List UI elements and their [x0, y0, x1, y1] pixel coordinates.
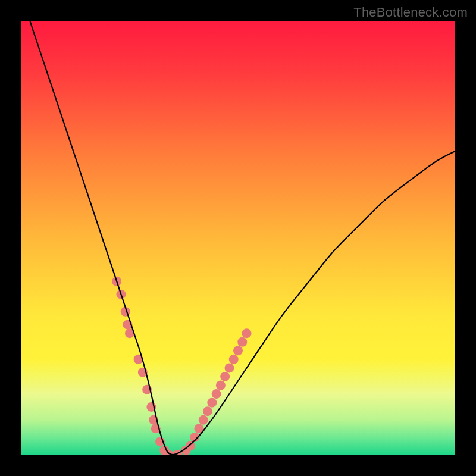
highlight-dot	[220, 372, 230, 381]
highlight-dot	[237, 337, 247, 347]
highlight-dot	[186, 441, 195, 450]
highlight-dot	[199, 415, 208, 425]
highlight-dot	[233, 346, 243, 355]
highlight-dot	[212, 389, 221, 399]
highlight-dot	[229, 355, 239, 364]
chart-frame: TheBottleneck.com	[0, 0, 476, 476]
highlight-dot	[203, 406, 212, 416]
curve-layer	[21, 21, 455, 455]
highlight-dot	[207, 398, 217, 408]
watermark-text: TheBottleneck.com	[353, 5, 468, 20]
plot-area	[21, 21, 455, 455]
highlight-dot	[224, 363, 234, 372]
bottleneck-curve	[30, 21, 455, 455]
highlight-dot	[216, 381, 226, 390]
highlight-dot	[242, 328, 252, 338]
highlight-dots	[112, 277, 251, 455]
